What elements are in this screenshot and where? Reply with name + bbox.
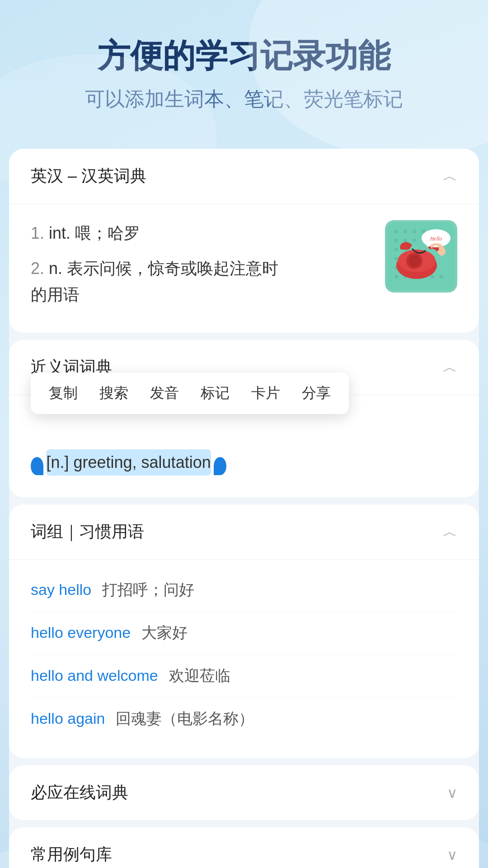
definition-item-2: 2. n. 表示问候，惊奇或唤起注意时的用语 — [31, 255, 374, 307]
phrase-list: say hello 打招呼；问好 hello everyone 大家好 hell… — [9, 560, 479, 758]
svg-text:Hello: Hello — [430, 236, 442, 242]
svg-point-30 — [408, 255, 420, 267]
example-header[interactable]: 常用例句库 ∨ — [9, 827, 479, 868]
svg-point-17 — [394, 248, 398, 251]
hello-image: Hello — [385, 220, 457, 292]
text-cursor-right — [214, 457, 226, 475]
bidu-dict-title: 必应在线词典 — [31, 782, 128, 804]
example-title: 常用例句库 — [31, 844, 112, 866]
phrase-item-say-hello[interactable]: say hello 打招呼；问好 — [31, 569, 457, 612]
svg-point-6 — [404, 230, 407, 233]
phrase-en-hello-again: hello again — [31, 710, 105, 727]
synonym-section: 近义词词典 ︿ 复制 搜索 发音 标记 卡片 分享 [n.] greeting,… — [9, 340, 479, 497]
phrase-zh-hello-everyone: 大家好 — [141, 623, 188, 643]
definition-item-1: 1. int. 喂；哈罗 — [31, 220, 374, 246]
svg-point-13 — [413, 239, 416, 242]
definition-content: 1. int. 喂；哈罗 2. n. 表示问候，惊奇或唤起注意时的用语 — [9, 204, 479, 333]
context-menu-search[interactable]: 搜索 — [99, 383, 128, 403]
text-cursor-left — [31, 457, 43, 475]
phrase-section: 词组｜习惯用语 ︿ say hello 打招呼；问好 hello everyon… — [9, 505, 479, 758]
example-chevron-down-icon: ∨ — [447, 846, 457, 863]
synonym-chevron-up-icon: ︿ — [443, 358, 457, 377]
definition-text: 1. int. 喂；哈罗 2. n. 表示问候，惊奇或唤起注意时的用语 — [31, 220, 374, 316]
svg-point-7 — [413, 230, 416, 233]
bidu-dict-header[interactable]: 必应在线词典 ∨ — [9, 765, 479, 820]
context-menu-mark[interactable]: 标记 — [201, 383, 230, 403]
svg-point-21 — [394, 275, 398, 278]
context-menu-card[interactable]: 卡片 — [251, 383, 280, 403]
english-dict-section: 英汉 – 汉英词典 ︿ 1. int. 喂；哈罗 2. n. 表示问候，惊奇或唤… — [9, 149, 479, 333]
context-menu-share[interactable]: 分享 — [302, 383, 331, 403]
context-menu-copy[interactable]: 复制 — [49, 383, 78, 403]
svg-point-19 — [394, 257, 398, 260]
svg-point-26 — [440, 275, 443, 278]
svg-point-11 — [394, 239, 398, 242]
phrase-item-hello-again[interactable]: hello again 回魂妻（电影名称） — [31, 698, 457, 740]
phrase-en-hello-welcome: hello and welcome — [31, 667, 158, 684]
phrase-en-say-hello: say hello — [31, 581, 91, 599]
synonym-highlighted-text: [n.] greeting, salutation — [46, 449, 211, 476]
header-section: 方便的学习记录功能 可以添加生词本、笔记、荧光笔标记 — [0, 0, 488, 140]
main-card: 英汉 – 汉英词典 ︿ 1. int. 喂；哈罗 2. n. 表示问候，惊奇或唤… — [9, 149, 479, 868]
svg-point-12 — [404, 239, 407, 242]
phrase-item-hello-welcome[interactable]: hello and welcome 欢迎莅临 — [31, 655, 457, 698]
context-menu-pronounce[interactable]: 发音 — [150, 383, 179, 403]
english-dict-title: 英汉 – 汉英词典 — [31, 165, 146, 187]
svg-point-5 — [394, 230, 398, 233]
phrase-item-hello-everyone[interactable]: hello everyone 大家好 — [31, 612, 457, 655]
phrase-zh-hello-again: 回魂妻（电影名称） — [116, 708, 254, 729]
svg-point-25 — [431, 275, 434, 278]
phrase-zh-hello-welcome: 欢迎莅临 — [169, 665, 230, 686]
english-dict-chevron-up-icon: ︿ — [443, 166, 457, 186]
main-title: 方便的学习记录功能 — [27, 36, 461, 75]
context-menu: 复制 搜索 发音 标记 卡片 分享 — [31, 373, 349, 414]
sub-title: 可以添加生词本、笔记、荧光笔标记 — [27, 86, 461, 113]
example-section: 常用例句库 ∨ — [9, 827, 479, 868]
phrase-title: 词组｜习惯用语 — [31, 521, 144, 543]
phrase-header[interactable]: 词组｜习惯用语 ︿ — [9, 505, 479, 560]
bidu-dict-chevron-down-icon: ∨ — [447, 784, 457, 802]
phrase-en-hello-everyone: hello everyone — [31, 624, 131, 642]
phrase-zh-say-hello: 打招呼；问好 — [102, 580, 194, 600]
english-dict-header[interactable]: 英汉 – 汉英词典 ︿ — [9, 149, 479, 204]
bidu-dict-section: 必应在线词典 ∨ — [9, 765, 479, 820]
phrase-chevron-up-icon: ︿ — [443, 522, 457, 542]
